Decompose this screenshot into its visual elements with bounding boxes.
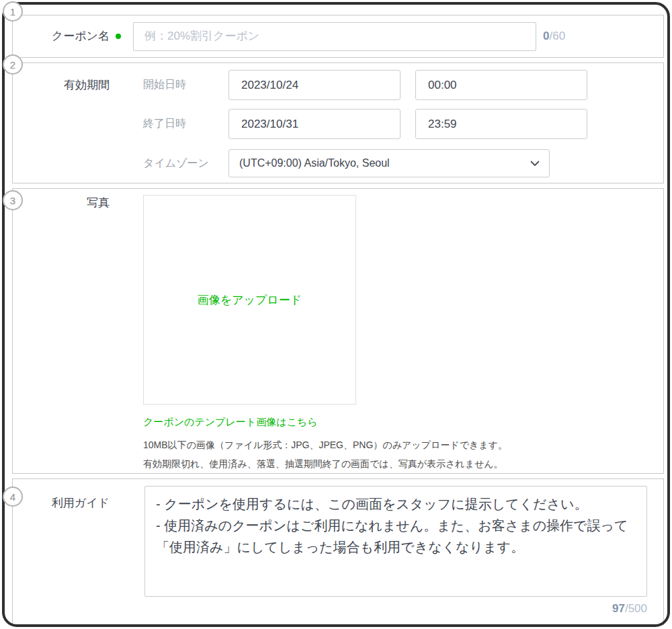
timezone-selected-value: (UTC+09:00) Asia/Tokyo, Seoul bbox=[239, 157, 530, 169]
end-date-input[interactable] bbox=[228, 109, 401, 139]
counter-max: 500 bbox=[628, 602, 647, 615]
coupon-form: クーポン名 0/60 有効期間 開始日時 終了日時 タイムゾーン (UTC+09… bbox=[12, 15, 664, 629]
start-datetime-label: 開始日時 bbox=[143, 78, 228, 92]
timezone-select[interactable]: (UTC+09:00) Asia/Tokyo, Seoul bbox=[228, 149, 550, 177]
step-1-number: 1 bbox=[10, 6, 15, 17]
photo-note-visibility: 有効期限切れ、使用済み、落選、抽選期間終了の画面では、写真が表示されません。 bbox=[143, 454, 507, 473]
step-2-number: 2 bbox=[10, 59, 15, 71]
usage-guide-counter: 97/500 bbox=[144, 602, 647, 616]
image-upload-dropzone[interactable]: 画像をアップロード bbox=[143, 195, 356, 405]
image-upload-button-label: 画像をアップロード bbox=[198, 292, 302, 308]
coupon-name-label: クーポン名 bbox=[52, 30, 110, 42]
coupon-name-label-col: クーポン名 bbox=[13, 28, 110, 44]
end-datetime-row: 終了日時 bbox=[13, 109, 663, 139]
coupon-name-counter: 0/60 bbox=[543, 30, 565, 43]
photo-content: 画像をアップロード クーポンのテンプレート画像はこちら 10MB以下の画像（ファ… bbox=[143, 195, 507, 473]
end-time-input[interactable] bbox=[415, 109, 587, 139]
step-3-badge: 3 bbox=[3, 190, 23, 210]
start-time-input[interactable] bbox=[415, 70, 587, 100]
step-4-number: 4 bbox=[10, 491, 15, 503]
end-datetime-label: 終了日時 bbox=[143, 117, 228, 131]
chevron-down-icon bbox=[530, 161, 540, 167]
coupon-name-input[interactable] bbox=[133, 22, 536, 51]
usage-guide-label: 利用ガイド bbox=[13, 486, 110, 511]
start-date-input[interactable] bbox=[228, 70, 401, 100]
section-usage-guide: 利用ガイド - クーポンを使用するには、この画面をスタッフに提示してください。 … bbox=[12, 478, 664, 625]
counter-current: 97 bbox=[612, 602, 625, 615]
usage-guide-content: - クーポンを使用するには、この画面をスタッフに提示してください。 - 使用済み… bbox=[144, 486, 647, 616]
timezone-label: タイムゾーン bbox=[143, 157, 228, 171]
step-4-badge: 4 bbox=[3, 487, 23, 507]
section-coupon-name: クーポン名 0/60 bbox=[12, 15, 664, 58]
counter-max: 60 bbox=[552, 30, 565, 42]
usage-guide-textarea[interactable]: - クーポンを使用するには、この画面をスタッフに提示してください。 - 使用済み… bbox=[144, 486, 647, 597]
validity-period-label: 有効期間 bbox=[13, 77, 110, 93]
start-datetime-row: 有効期間 開始日時 bbox=[13, 70, 663, 100]
timezone-row: タイムゾーン (UTC+09:00) Asia/Tokyo, Seoul bbox=[13, 149, 663, 177]
section-photo: 写真 画像をアップロード クーポンのテンプレート画像はこちら 10MB以下の画像… bbox=[12, 188, 664, 474]
section-validity-period: 有効期間 開始日時 終了日時 タイムゾーン (UTC+09:00) Asia/T… bbox=[12, 62, 664, 183]
coupon-template-link[interactable]: クーポンのテンプレート画像はこちら bbox=[143, 416, 318, 429]
step-2-badge: 2 bbox=[3, 54, 23, 75]
photo-note-filesize: 10MB以下の画像（ファイル形式：JPG、JPEG、PNG）のみアップロードでき… bbox=[143, 435, 507, 454]
required-dot-icon bbox=[116, 34, 121, 39]
photo-label: 写真 bbox=[13, 195, 110, 211]
step-1-badge: 1 bbox=[3, 1, 23, 22]
step-3-number: 3 bbox=[10, 195, 15, 206]
photo-notes: 10MB以下の画像（ファイル形式：JPG、JPEG、PNG）のみアップロードでき… bbox=[143, 435, 507, 473]
